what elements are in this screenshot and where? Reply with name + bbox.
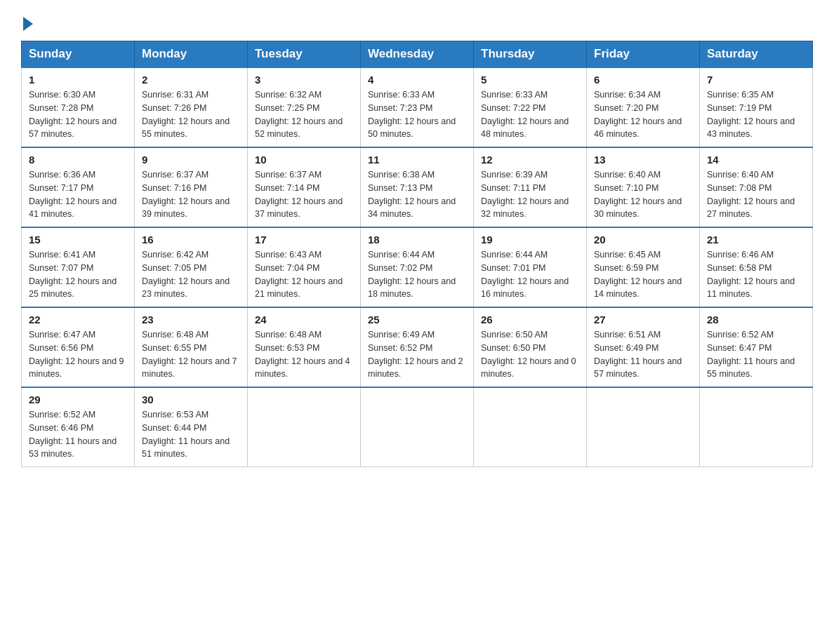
logo (21, 14, 33, 28)
calendar-cell: 19Sunrise: 6:44 AMSunset: 7:01 PMDayligh… (474, 227, 587, 307)
week-row-2: 8Sunrise: 6:36 AMSunset: 7:17 PMDaylight… (22, 147, 813, 227)
calendar-cell: 16Sunrise: 6:42 AMSunset: 7:05 PMDayligh… (135, 227, 248, 307)
calendar-cell: 1Sunrise: 6:30 AMSunset: 7:28 PMDaylight… (22, 67, 135, 147)
week-row-1: 1Sunrise: 6:30 AMSunset: 7:28 PMDaylight… (22, 67, 813, 147)
logo-arrow-icon (23, 17, 33, 31)
day-number: 6 (594, 74, 692, 86)
day-number: 20 (594, 234, 692, 246)
day-number: 7 (707, 74, 805, 86)
calendar-table: SundayMondayTuesdayWednesdayThursdayFrid… (21, 41, 813, 467)
calendar-header-row: SundayMondayTuesdayWednesdayThursdayFrid… (22, 41, 813, 68)
day-number: 30 (142, 394, 240, 405)
week-row-5: 29Sunrise: 6:52 AMSunset: 6:46 PMDayligh… (22, 387, 813, 467)
header-thursday: Thursday (474, 41, 587, 68)
day-number: 3 (255, 74, 353, 86)
calendar-cell: 14Sunrise: 6:40 AMSunset: 7:08 PMDayligh… (700, 147, 813, 227)
day-info: Sunrise: 6:44 AMSunset: 7:02 PMDaylight:… (368, 248, 466, 301)
calendar-cell: 18Sunrise: 6:44 AMSunset: 7:02 PMDayligh… (361, 227, 474, 307)
page-header (21, 14, 813, 28)
calendar-cell: 25Sunrise: 6:49 AMSunset: 6:52 PMDayligh… (361, 307, 474, 387)
day-info: Sunrise: 6:53 AMSunset: 6:44 PMDaylight:… (142, 408, 240, 461)
day-number: 5 (481, 74, 579, 86)
calendar-cell: 27Sunrise: 6:51 AMSunset: 6:49 PMDayligh… (587, 307, 700, 387)
day-number: 10 (255, 154, 353, 166)
day-number: 17 (255, 234, 353, 246)
day-info: Sunrise: 6:51 AMSunset: 6:49 PMDaylight:… (594, 328, 692, 381)
day-info: Sunrise: 6:49 AMSunset: 6:52 PMDaylight:… (368, 328, 466, 381)
header-friday: Friday (587, 41, 700, 68)
day-info: Sunrise: 6:33 AMSunset: 7:22 PMDaylight:… (481, 88, 579, 141)
day-info: Sunrise: 6:33 AMSunset: 7:23 PMDaylight:… (368, 88, 466, 141)
day-number: 8 (29, 154, 127, 166)
day-number: 11 (368, 154, 466, 166)
day-info: Sunrise: 6:37 AMSunset: 7:16 PMDaylight:… (142, 168, 240, 221)
header-saturday: Saturday (700, 41, 813, 68)
day-number: 15 (29, 234, 127, 246)
calendar-cell (474, 387, 587, 467)
day-info: Sunrise: 6:31 AMSunset: 7:26 PMDaylight:… (142, 88, 240, 141)
day-number: 12 (481, 154, 579, 166)
calendar-cell: 30Sunrise: 6:53 AMSunset: 6:44 PMDayligh… (135, 387, 248, 467)
day-number: 16 (142, 234, 240, 246)
calendar-cell: 17Sunrise: 6:43 AMSunset: 7:04 PMDayligh… (248, 227, 361, 307)
calendar-cell: 22Sunrise: 6:47 AMSunset: 6:56 PMDayligh… (22, 307, 135, 387)
day-number: 18 (368, 234, 466, 246)
calendar-cell: 4Sunrise: 6:33 AMSunset: 7:23 PMDaylight… (361, 67, 474, 147)
day-number: 21 (707, 234, 805, 246)
day-number: 28 (707, 314, 805, 326)
calendar-cell: 21Sunrise: 6:46 AMSunset: 6:58 PMDayligh… (700, 227, 813, 307)
calendar-cell: 15Sunrise: 6:41 AMSunset: 7:07 PMDayligh… (22, 227, 135, 307)
day-number: 27 (594, 314, 692, 326)
day-info: Sunrise: 6:38 AMSunset: 7:13 PMDaylight:… (368, 168, 466, 221)
calendar-cell: 26Sunrise: 6:50 AMSunset: 6:50 PMDayligh… (474, 307, 587, 387)
calendar-cell (248, 387, 361, 467)
day-info: Sunrise: 6:37 AMSunset: 7:14 PMDaylight:… (255, 168, 353, 221)
day-info: Sunrise: 6:32 AMSunset: 7:25 PMDaylight:… (255, 88, 353, 141)
header-sunday: Sunday (22, 41, 135, 68)
day-number: 4 (368, 74, 466, 86)
day-info: Sunrise: 6:43 AMSunset: 7:04 PMDaylight:… (255, 248, 353, 301)
calendar-cell: 13Sunrise: 6:40 AMSunset: 7:10 PMDayligh… (587, 147, 700, 227)
calendar-cell: 3Sunrise: 6:32 AMSunset: 7:25 PMDaylight… (248, 67, 361, 147)
day-info: Sunrise: 6:50 AMSunset: 6:50 PMDaylight:… (481, 328, 579, 381)
day-info: Sunrise: 6:30 AMSunset: 7:28 PMDaylight:… (29, 88, 127, 141)
day-number: 14 (707, 154, 805, 166)
calendar-cell (700, 387, 813, 467)
calendar-cell: 7Sunrise: 6:35 AMSunset: 7:19 PMDaylight… (700, 67, 813, 147)
day-info: Sunrise: 6:48 AMSunset: 6:53 PMDaylight:… (255, 328, 353, 381)
day-number: 23 (142, 314, 240, 326)
day-info: Sunrise: 6:48 AMSunset: 6:55 PMDaylight:… (142, 328, 240, 381)
calendar-cell: 11Sunrise: 6:38 AMSunset: 7:13 PMDayligh… (361, 147, 474, 227)
day-info: Sunrise: 6:40 AMSunset: 7:08 PMDaylight:… (707, 168, 805, 221)
day-number: 2 (142, 74, 240, 86)
day-info: Sunrise: 6:47 AMSunset: 6:56 PMDaylight:… (29, 328, 127, 381)
calendar-cell: 24Sunrise: 6:48 AMSunset: 6:53 PMDayligh… (248, 307, 361, 387)
day-number: 9 (142, 154, 240, 166)
calendar-cell: 20Sunrise: 6:45 AMSunset: 6:59 PMDayligh… (587, 227, 700, 307)
day-info: Sunrise: 6:44 AMSunset: 7:01 PMDaylight:… (481, 248, 579, 301)
day-info: Sunrise: 6:45 AMSunset: 6:59 PMDaylight:… (594, 248, 692, 301)
day-info: Sunrise: 6:46 AMSunset: 6:58 PMDaylight:… (707, 248, 805, 301)
calendar-cell: 2Sunrise: 6:31 AMSunset: 7:26 PMDaylight… (135, 67, 248, 147)
calendar-cell: 10Sunrise: 6:37 AMSunset: 7:14 PMDayligh… (248, 147, 361, 227)
header-wednesday: Wednesday (361, 41, 474, 68)
calendar-cell: 28Sunrise: 6:52 AMSunset: 6:47 PMDayligh… (700, 307, 813, 387)
calendar-cell: 5Sunrise: 6:33 AMSunset: 7:22 PMDaylight… (474, 67, 587, 147)
day-number: 19 (481, 234, 579, 246)
day-info: Sunrise: 6:35 AMSunset: 7:19 PMDaylight:… (707, 88, 805, 141)
day-number: 13 (594, 154, 692, 166)
day-info: Sunrise: 6:41 AMSunset: 7:07 PMDaylight:… (29, 248, 127, 301)
day-info: Sunrise: 6:36 AMSunset: 7:17 PMDaylight:… (29, 168, 127, 221)
day-number: 25 (368, 314, 466, 326)
day-number: 29 (29, 394, 127, 405)
calendar-cell: 12Sunrise: 6:39 AMSunset: 7:11 PMDayligh… (474, 147, 587, 227)
day-number: 22 (29, 314, 127, 326)
calendar-cell: 6Sunrise: 6:34 AMSunset: 7:20 PMDaylight… (587, 67, 700, 147)
day-number: 1 (29, 74, 127, 86)
day-number: 26 (481, 314, 579, 326)
day-info: Sunrise: 6:42 AMSunset: 7:05 PMDaylight:… (142, 248, 240, 301)
day-info: Sunrise: 6:34 AMSunset: 7:20 PMDaylight:… (594, 88, 692, 141)
day-info: Sunrise: 6:40 AMSunset: 7:10 PMDaylight:… (594, 168, 692, 221)
day-number: 24 (255, 314, 353, 326)
calendar-cell (361, 387, 474, 467)
